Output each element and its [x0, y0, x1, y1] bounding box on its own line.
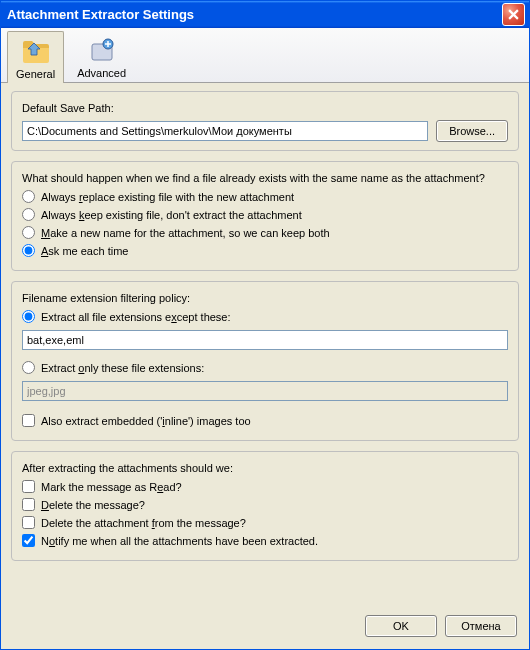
- check-mark-read[interactable]: Mark the message as Read?: [22, 480, 508, 493]
- after-label: After extracting the attachments should …: [22, 462, 508, 474]
- radio-except[interactable]: Extract all file extensions except these…: [22, 310, 508, 323]
- ok-button[interactable]: OK: [365, 615, 437, 637]
- radio-input[interactable]: [22, 226, 35, 239]
- save-path-input[interactable]: [22, 121, 428, 141]
- overwrite-question: What should happen when we find a file a…: [22, 172, 508, 184]
- radio-label: Always keep existing file, don't extract…: [41, 209, 302, 221]
- radio-only[interactable]: Extract only these file extensions:: [22, 361, 508, 374]
- filter-group: Filename extension filtering policy: Ext…: [11, 281, 519, 441]
- check-delete-msg[interactable]: Delete the message?: [22, 498, 508, 511]
- radio-rename[interactable]: Make a new name for the attachment, so w…: [22, 226, 508, 239]
- check-inline[interactable]: Also extract embedded ('inline') images …: [22, 414, 508, 427]
- after-group: After extracting the attachments should …: [11, 451, 519, 561]
- folder-icon: [20, 35, 52, 67]
- check-label: Mark the message as Read?: [41, 481, 182, 493]
- check-delete-att[interactable]: Delete the attachment from the message?: [22, 516, 508, 529]
- checkbox-input[interactable]: [22, 480, 35, 493]
- radio-input[interactable]: [22, 190, 35, 203]
- check-label: Delete the message?: [41, 499, 145, 511]
- content-area: Default Save Path: Browse... What should…: [1, 83, 529, 607]
- checkbox-input[interactable]: [22, 414, 35, 427]
- radio-input[interactable]: [22, 310, 35, 323]
- radio-ask[interactable]: Ask me each time: [22, 244, 508, 257]
- advanced-icon: [86, 34, 118, 66]
- radio-label: Make a new name for the attachment, so w…: [41, 227, 330, 239]
- tab-advanced[interactable]: Advanced: [68, 30, 135, 82]
- save-path-label: Default Save Path:: [22, 102, 508, 114]
- only-input: [22, 381, 508, 401]
- tab-label: General: [16, 68, 55, 80]
- titlebar: Attachment Extractor Settings: [1, 1, 529, 28]
- radio-input[interactable]: [22, 208, 35, 221]
- check-notify[interactable]: Notify me when all the attachments have …: [22, 534, 508, 547]
- tab-bar: General Advanced: [1, 28, 529, 83]
- tab-general[interactable]: General: [7, 31, 64, 83]
- cancel-button[interactable]: Отмена: [445, 615, 517, 637]
- dialog-footer: OK Отмена: [1, 607, 529, 649]
- browse-button[interactable]: Browse...: [436, 120, 508, 142]
- checkbox-input[interactable]: [22, 516, 35, 529]
- radio-input[interactable]: [22, 244, 35, 257]
- check-label: Delete the attachment from the message?: [41, 517, 246, 529]
- check-label: Notify me when all the attachments have …: [41, 535, 318, 547]
- radio-label: Extract only these file extensions:: [41, 362, 204, 374]
- settings-window: Attachment Extractor Settings General Ad…: [0, 0, 530, 650]
- overwrite-group: What should happen when we find a file a…: [11, 161, 519, 271]
- radio-label: Extract all file extensions except these…: [41, 311, 231, 323]
- except-input[interactable]: [22, 330, 508, 350]
- filter-label: Filename extension filtering policy:: [22, 292, 508, 304]
- radio-label: Always replace existing file with the ne…: [41, 191, 294, 203]
- check-label: Also extract embedded ('inline') images …: [41, 415, 251, 427]
- tab-label: Advanced: [77, 67, 126, 79]
- close-button[interactable]: [502, 3, 525, 26]
- checkbox-input[interactable]: [22, 534, 35, 547]
- radio-keep[interactable]: Always keep existing file, don't extract…: [22, 208, 508, 221]
- radio-input[interactable]: [22, 361, 35, 374]
- checkbox-input[interactable]: [22, 498, 35, 511]
- window-title: Attachment Extractor Settings: [7, 7, 502, 22]
- save-path-group: Default Save Path: Browse...: [11, 91, 519, 151]
- radio-replace[interactable]: Always replace existing file with the ne…: [22, 190, 508, 203]
- close-icon: [508, 9, 519, 20]
- radio-label: Ask me each time: [41, 245, 128, 257]
